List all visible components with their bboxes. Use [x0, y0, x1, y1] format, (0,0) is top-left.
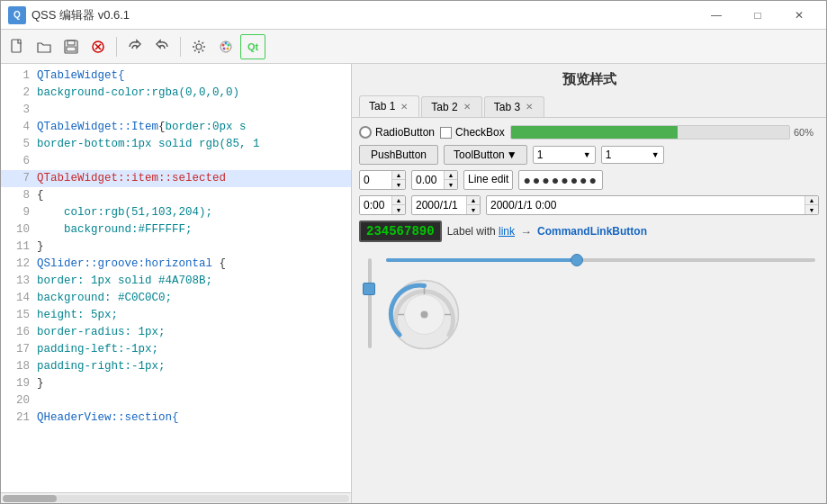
link-label: Label with link: [447, 225, 515, 238]
datetime-edit[interactable]: 2000/1/1 0:00 ▲ ▼: [486, 195, 819, 215]
time-value: 0:00: [360, 199, 391, 212]
datetime-down[interactable]: ▼: [805, 205, 818, 214]
slider-knob-area: [352, 249, 826, 356]
tab-2-close[interactable]: ✕: [462, 102, 472, 112]
minimize-button[interactable]: —: [697, 4, 736, 26]
command-link-button[interactable]: CommandLinkButton: [537, 225, 647, 238]
line-edit[interactable]: Line edit: [463, 170, 513, 190]
tab-1-close[interactable]: ✕: [399, 101, 409, 112]
spin-up[interactable]: ▲: [392, 171, 405, 180]
svg-rect-2: [67, 40, 75, 45]
close-button[interactable]: ✕: [779, 4, 819, 26]
tool-button[interactable]: ToolButton ▼: [444, 145, 527, 165]
combo-2-value: 1: [606, 148, 612, 161]
combo-1-value: 1: [537, 148, 544, 161]
password-edit[interactable]: ●●●●●●●●: [518, 170, 603, 190]
code-line-14: 14 background: #C0C0C0;: [1, 290, 351, 307]
redo-button[interactable]: [149, 34, 175, 59]
title-bar: Q QSS 编辑器 v0.6.1 — □ ✕: [1, 1, 826, 30]
double-spin-box[interactable]: 0.00 ▲ ▼: [411, 170, 458, 190]
code-line-10: 10 background:#FFFFFF;: [1, 221, 351, 238]
code-line-21: 21 QHeaderView::section{: [1, 410, 351, 427]
code-line-17: 17 padding-left:-1px;: [1, 341, 351, 358]
radio-label: RadioButton: [375, 126, 435, 139]
date-arrows: ▲ ▼: [466, 196, 480, 214]
window-controls: — □ ✕: [697, 4, 819, 26]
code-line-6: 6: [1, 153, 351, 170]
checkbox[interactable]: CheckBox: [440, 126, 505, 139]
svg-rect-0: [12, 40, 21, 52]
time-edit[interactable]: 0:00 ▲ ▼: [359, 195, 406, 215]
qt-button[interactable]: Qt: [240, 34, 265, 59]
maximize-button[interactable]: □: [738, 4, 778, 26]
undo-button[interactable]: [122, 34, 148, 59]
code-editor[interactable]: 1 QTableWidget{ 2 background-color:rgba(…: [1, 64, 351, 492]
toolbar: Qt: [1, 30, 826, 64]
tab-1[interactable]: Tab 1 ✕: [359, 95, 419, 117]
progress-label: 60%: [794, 127, 819, 138]
svg-point-16: [421, 311, 428, 319]
h-slider-1-thumb[interactable]: [571, 254, 583, 266]
settings-button[interactable]: [186, 34, 211, 59]
svg-point-11: [228, 43, 230, 46]
v-slider-track: [368, 258, 372, 348]
spin-down[interactable]: ▼: [392, 180, 405, 189]
open-button[interactable]: [31, 34, 57, 59]
date-up[interactable]: ▲: [467, 196, 480, 205]
code-line-9: 9 color:rgb(51,103,204);: [1, 204, 351, 221]
code-line-1: 1 QTableWidget{: [1, 68, 351, 85]
double-spin-up[interactable]: ▲: [445, 171, 457, 180]
tab-1-label: Tab 1: [369, 100, 395, 112]
combo-box-2[interactable]: 1 ▼: [601, 146, 664, 164]
tool-button-label: ToolButton: [454, 148, 505, 161]
checkbox-square: [440, 127, 452, 139]
link[interactable]: link: [499, 225, 515, 238]
widget-row-5: 234567890 Label with link → CommandLinkB…: [359, 220, 819, 242]
scrollbar-thumb[interactable]: [3, 495, 57, 502]
datetime-up[interactable]: ▲: [805, 196, 818, 205]
combo-2-arrow: ▼: [652, 150, 660, 159]
tabs-bar: Tab 1 ✕ Tab 2 ✕ Tab 3 ✕: [352, 95, 826, 117]
window-title: QSS 编辑器 v0.6.1: [31, 7, 697, 23]
push-button[interactable]: PushButton: [359, 145, 438, 165]
tab-2[interactable]: Tab 2 ✕: [421, 96, 481, 117]
save-button[interactable]: [58, 34, 84, 59]
code-line-18: 18 padding-right:-1px;: [1, 358, 351, 375]
v-slider-thumb[interactable]: [363, 283, 375, 295]
scrollbar-track: [3, 495, 349, 502]
new-button[interactable]: [4, 34, 30, 59]
datetime-value: 2000/1/1 0:00: [487, 199, 805, 212]
code-line-3: 3: [1, 102, 351, 119]
combo-box-1[interactable]: 1 ▼: [533, 146, 596, 164]
code-line-2: 2 background-color:rgba(0,0,0,0): [1, 85, 351, 102]
password-value: ●●●●●●●●: [523, 173, 598, 187]
widget-row-2: PushButton ToolButton ▼ 1 ▼ 1 ▼: [359, 145, 819, 165]
svg-point-13: [223, 47, 226, 50]
h-sliders-container: [386, 253, 815, 353]
code-line-16: 16 border-radius: 1px;: [1, 324, 351, 341]
radio-button[interactable]: RadioButton: [359, 126, 435, 139]
datetime-arrows: ▲ ▼: [805, 196, 818, 214]
dial-container[interactable]: [386, 276, 463, 353]
h-slider-1-track: [386, 258, 815, 262]
combo-1-arrow: ▼: [583, 150, 591, 159]
time-down[interactable]: ▼: [392, 205, 405, 214]
dial-row: [386, 276, 815, 353]
time-up[interactable]: ▲: [392, 196, 405, 205]
code-line-12: 12 QSlider::groove:horizontal {: [1, 256, 351, 273]
date-down[interactable]: ▼: [467, 205, 480, 214]
time-arrows: ▲ ▼: [391, 196, 405, 214]
cancel-button[interactable]: [85, 34, 111, 59]
svg-point-9: [222, 43, 225, 46]
vertical-slider-container: [363, 254, 377, 353]
lcd-display: 234567890: [359, 220, 442, 242]
tab-3-close[interactable]: ✕: [524, 102, 535, 112]
double-spin-arrows: ▲ ▼: [444, 171, 457, 189]
horizontal-scrollbar[interactable]: [1, 492, 351, 503]
double-spin-down[interactable]: ▼: [445, 180, 457, 189]
date-edit[interactable]: 2000/1/1 ▲ ▼: [411, 195, 481, 215]
tab-3[interactable]: Tab 3 ✕: [484, 96, 544, 117]
spin-box[interactable]: 0 ▲ ▼: [359, 170, 406, 190]
tool-button-arrow: ▼: [507, 148, 517, 161]
palette-button[interactable]: [213, 34, 238, 59]
